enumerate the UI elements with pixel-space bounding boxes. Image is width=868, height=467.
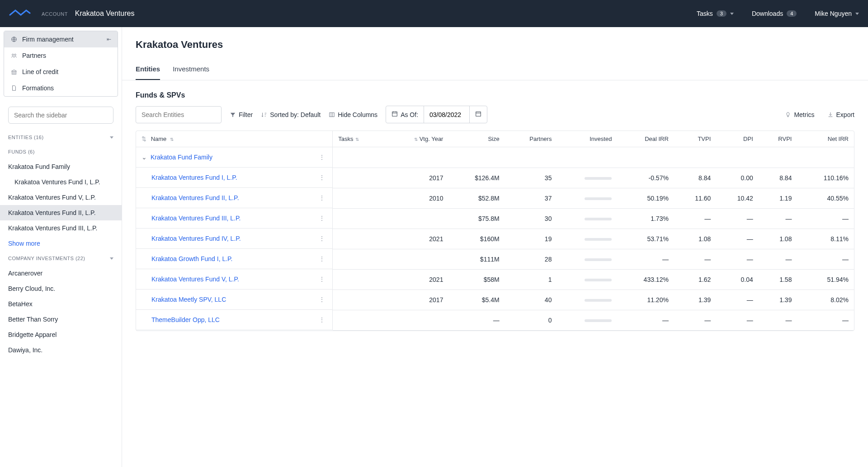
- account-label: ACCOUNT: [42, 11, 68, 17]
- col-partners[interactable]: Partners: [505, 131, 557, 147]
- cell-tasks: [333, 249, 382, 269]
- cell-irr: -0.57%: [617, 168, 674, 188]
- drag-handle-icon[interactable]: ⇅: [142, 135, 146, 142]
- cell-dpi: 0.00: [716, 168, 758, 188]
- row-menu-icon[interactable]: ⋮: [317, 194, 327, 201]
- sidebar-fund-item[interactable]: Krakatoa Ventures Fund III, L.P.: [0, 220, 122, 236]
- sidebar-company-item[interactable]: Dawiya, Inc.: [0, 342, 122, 358]
- sidebar-item-formations[interactable]: Formations: [4, 80, 118, 96]
- metrics-button[interactable]: Metrics: [785, 111, 814, 118]
- cell-dpi: —: [716, 208, 758, 229]
- col-vtg-year[interactable]: ⇅ Vtg. Year: [382, 131, 448, 147]
- sidebar-fund-item[interactable]: Krakatoa Fund Family: [0, 159, 122, 174]
- cell-dpi: —: [716, 290, 758, 310]
- filter-label: Filter: [239, 111, 253, 118]
- svg-point-2: [14, 54, 16, 56]
- col-size[interactable]: Size: [448, 131, 505, 147]
- downloads-menu[interactable]: Downloads 4: [752, 10, 797, 17]
- hide-columns-button[interactable]: Hide Columns: [329, 111, 377, 118]
- asof-date-input[interactable]: [424, 107, 469, 123]
- entity-link[interactable]: Krakatoa Ventures Fund IV, L.P.: [151, 235, 241, 242]
- sidebar-company-item[interactable]: Berry Cloud, Inc.: [0, 281, 122, 296]
- sidebar-item-firm-management[interactable]: Firm management ⇤: [4, 31, 118, 47]
- cell-invested: [557, 290, 617, 310]
- sidebar-company-item[interactable]: Arcanerover: [0, 266, 122, 281]
- col-tvpi[interactable]: TVPI: [674, 131, 716, 147]
- svg-point-1: [12, 54, 14, 56]
- row-menu-icon[interactable]: ⋮: [317, 255, 327, 262]
- sort-indicator-icon: ⇅: [414, 137, 418, 142]
- entity-link[interactable]: Krakatoa Ventures Fund II, L.P.: [151, 194, 239, 201]
- user-menu[interactable]: Mike Nguyen: [815, 10, 859, 17]
- calendar-icon: [392, 111, 398, 118]
- sort-button[interactable]: Sorted by: Default: [261, 111, 321, 118]
- account-block[interactable]: ACCOUNT Krakatoa Ventures: [42, 9, 134, 18]
- chevron-down-icon: [110, 136, 113, 139]
- cell-year: 2017: [382, 168, 448, 188]
- cell-rvpi: 8.84: [759, 168, 797, 188]
- col-tasks[interactable]: Tasks⇅: [333, 131, 382, 147]
- sidebar-fund-item[interactable]: Krakatoa Ventures Fund I, L.P.: [0, 174, 122, 190]
- tab-entities[interactable]: Entities: [136, 59, 160, 80]
- section-funds[interactable]: FUNDS (6): [0, 145, 122, 159]
- collapse-icon[interactable]: ⇤: [107, 36, 111, 42]
- cell-partners: 35: [505, 168, 557, 188]
- row-menu-icon[interactable]: ⋮: [317, 316, 327, 323]
- col-rvpi[interactable]: RVPI: [759, 131, 797, 147]
- cell-tasks: [333, 290, 382, 310]
- section-label: FUNDS (6): [8, 149, 35, 154]
- entity-link[interactable]: Krakatoa Ventures Fund III, L.P.: [151, 215, 241, 222]
- entity-link[interactable]: ThemeBuilder Opp, LLC: [151, 316, 220, 323]
- cell-size: $111M: [448, 249, 505, 269]
- row-menu-icon[interactable]: ⋮: [317, 174, 327, 181]
- tab-investments[interactable]: Investments: [173, 59, 209, 80]
- col-net-irr[interactable]: Net IRR: [797, 131, 854, 147]
- sidebar-item-partners[interactable]: Partners: [4, 47, 118, 64]
- sidebar-company-item[interactable]: BetaHex: [0, 296, 122, 312]
- row-menu-icon[interactable]: ⋮: [317, 154, 327, 161]
- cell-partners: 28: [505, 249, 557, 269]
- tasks-menu[interactable]: Tasks 3: [697, 10, 734, 17]
- entity-link[interactable]: Krakatoa Ventures Fund V, L.P.: [151, 276, 239, 283]
- row-menu-icon[interactable]: ⋮: [317, 296, 327, 303]
- cell-invested: [557, 168, 617, 188]
- filter-button[interactable]: Filter: [230, 111, 253, 118]
- section-subtitle: Funds & SPVs: [122, 80, 868, 106]
- sidebar-company-item[interactable]: Better Than Sorry: [0, 312, 122, 327]
- cell-rvpi: —: [759, 310, 797, 330]
- col-deal-irr[interactable]: Deal IRR: [617, 131, 674, 147]
- sidebar-search-input[interactable]: [8, 107, 113, 124]
- sidebar-company-item[interactable]: Bridgette Apparel: [0, 327, 122, 342]
- sidebar-fund-item[interactable]: Krakatoa Ventures Fund II, L.P.: [0, 205, 122, 220]
- section-companies[interactable]: COMPANY INVESTMENTS (22): [0, 251, 122, 266]
- asof-calendar-button[interactable]: [469, 106, 487, 123]
- entity-link[interactable]: Krakatoa Fund Family: [151, 154, 212, 161]
- section-entities[interactable]: ENTITIES (16): [0, 130, 122, 145]
- group-row[interactable]: ⌄ Krakatoa Fund Family ⋮: [136, 147, 333, 168]
- entity-link[interactable]: Krakatoa Growth Fund I, L.P.: [151, 255, 233, 262]
- entity-link[interactable]: Krakatoa Meetly SPV, LLC: [151, 296, 226, 303]
- row-menu-icon[interactable]: ⋮: [317, 276, 327, 283]
- cell-tvpi: 11.60: [674, 188, 716, 208]
- entity-link[interactable]: Krakatoa Ventures Fund I, L.P.: [151, 174, 237, 181]
- expand-caret-icon[interactable]: ⌄: [142, 154, 147, 161]
- invested-progress: [585, 218, 612, 220]
- account-name: Krakatoa Ventures: [75, 9, 135, 17]
- bank-icon: [10, 68, 18, 75]
- col-dpi[interactable]: DPI: [716, 131, 758, 147]
- col-invested[interactable]: Invested: [557, 131, 617, 147]
- search-entities-input[interactable]: [136, 106, 222, 123]
- col-name[interactable]: ⇅ Name ⇅: [136, 131, 333, 147]
- row-menu-icon[interactable]: ⋮: [317, 215, 327, 222]
- cell-irr: 50.19%: [617, 188, 674, 208]
- row-menu-icon[interactable]: ⋮: [317, 235, 327, 242]
- sort-indicator-icon: ⇅: [355, 137, 359, 142]
- cell-size: —: [448, 310, 505, 330]
- export-button[interactable]: Export: [827, 111, 854, 118]
- sidebar-primary-nav: Firm management ⇤ Partners Line of credi…: [4, 31, 118, 97]
- sidebar-item-line-of-credit[interactable]: Line of credit: [4, 64, 118, 80]
- table-row: Krakatoa Ventures Fund IV, L.P. ⋮ 2021 $…: [136, 229, 854, 249]
- show-more-link[interactable]: Show more: [0, 236, 122, 251]
- cell-partners: 19: [505, 229, 557, 249]
- sidebar-fund-item[interactable]: Krakatoa Ventures Fund V, L.P.: [0, 190, 122, 205]
